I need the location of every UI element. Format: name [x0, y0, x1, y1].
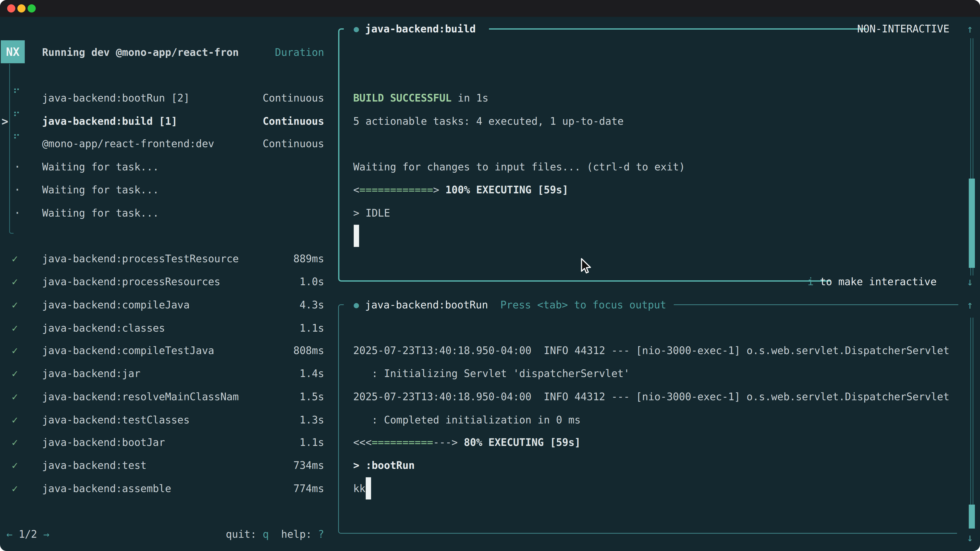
log-line: : Completed initialization in 0 ms [353, 408, 581, 431]
bootrun-panel-border [338, 304, 344, 310]
task-duration: 1.0s [300, 276, 324, 287]
duration-column-header: Duration [275, 46, 324, 58]
task-label: java-backend:bootRun [2] [42, 92, 189, 104]
task-row-completed[interactable]: ✓ java-backend:bootJar 1.1s [0, 431, 324, 454]
spinner-icon: ⠋ [13, 87, 20, 99]
help-hint-label: help: [269, 528, 318, 540]
check-icon: ✓ [12, 276, 18, 287]
task-label: java-backend:test [42, 459, 146, 471]
task-row-completed[interactable]: ✓ java-backend:testClasses 1.3s [0, 408, 324, 431]
close-window-button[interactable] [7, 4, 15, 13]
check-icon: ✓ [12, 391, 18, 403]
task-duration: 1.1s [300, 437, 324, 448]
task-duration: 774ms [293, 483, 324, 494]
bootrun-panel-scrollbar-thumb[interactable] [969, 505, 975, 529]
check-icon: ✓ [12, 299, 18, 311]
task-label: java-backend:bootJar [42, 437, 165, 448]
task-row-completed[interactable]: ✓ java-backend:processResources 1.0s [0, 270, 324, 293]
scroll-up-icon[interactable]: ↑ [967, 293, 973, 316]
task-duration: 1.1s [300, 322, 324, 334]
non-interactive-badge: NON-INTERACTIVE [857, 23, 950, 35]
check-icon: ✓ [12, 345, 18, 356]
task-row-bootrun[interactable]: ⠋ java-backend:bootRun [2] Continuous [0, 86, 324, 110]
task-duration: 1.5s [300, 391, 324, 403]
build-waiting-line: Waiting for changes to input files... (c… [353, 156, 685, 178]
build-panel-border [338, 276, 344, 282]
build-panel-border [343, 280, 831, 282]
check-icon: ✓ [12, 253, 18, 265]
task-row-completed[interactable]: ✓ java-backend:classes 1.1s [0, 317, 324, 340]
task-row-completed[interactable]: ✓ java-backend:processTestResource 889ms [0, 247, 324, 270]
build-panel-header[interactable]: ● java-backend:build [354, 17, 476, 40]
interactive-hint: i to make interactive [808, 270, 937, 293]
scroll-down-icon[interactable]: ↓ [967, 526, 973, 549]
build-panel-header-rule [489, 28, 867, 30]
check-icon: ✓ [12, 322, 18, 334]
task-row-completed[interactable]: ✓ java-backend:compileTestJava 808ms [0, 339, 324, 362]
task-label: java-backend:testClasses [42, 414, 189, 426]
bootrun-panel-border [338, 528, 344, 534]
task-duration: Continuous [262, 115, 324, 127]
build-panel-title: java-backend:build [365, 23, 476, 35]
build-summary-line: 5 actionable tasks: 4 executed, 1 up-to-… [353, 110, 624, 133]
bootrun-panel-scrollbar-track[interactable] [970, 318, 974, 528]
waiting-dot-icon: · [14, 206, 21, 220]
titlebar [0, 0, 980, 17]
task-row-completed[interactable]: ✓ java-backend:compileJava 4.3s [0, 293, 324, 316]
focus-output-hint: Press <tab> to focus output [500, 299, 666, 311]
task-label: java-backend:processResources [42, 276, 220, 287]
task-duration: 1.3s [300, 414, 324, 426]
task-row-completed[interactable]: ✓ java-backend:resolveMainClassNam 1.5s [0, 385, 324, 408]
build-panel-border [338, 32, 339, 279]
task-duration: Continuous [262, 92, 324, 104]
task-label: java-backend:processTestResource [42, 253, 239, 265]
terminal-cursor [354, 225, 359, 247]
help-key: ? [318, 528, 324, 540]
build-success-line: BUILD SUCCESSFUL in 1s [353, 86, 488, 110]
bootrun-panel-title: java-backend:bootRun [365, 299, 488, 311]
interactive-hint-text: to make interactive [814, 276, 937, 287]
task-row-completed[interactable]: ✓ java-backend:jar 1.4s [0, 362, 324, 385]
bootrun-panel-border [338, 308, 339, 530]
build-progress-status: 100% EXECUTING [59s] [439, 184, 568, 196]
bootrun-panel-border [343, 533, 957, 534]
spinner-icon: ⠋ [13, 133, 20, 144]
bootrun-input-line[interactable]: kk [353, 477, 366, 500]
task-label: @mono-app/react-frontend:dev [42, 138, 214, 149]
task-status-dot-icon: ● [354, 24, 359, 34]
bootrun-panel-header-rule [674, 304, 958, 305]
waiting-dot-icon: · [14, 183, 21, 197]
build-progress-bar: <============> 100% EXECUTING [59s] [353, 178, 568, 201]
check-icon: ✓ [12, 459, 18, 471]
task-row-completed[interactable]: ✓ java-backend:test 734ms [0, 454, 324, 477]
build-panel-scrollbar-thumb[interactable] [969, 179, 975, 268]
check-icon: ✓ [12, 437, 18, 448]
task-label: java-backend:build [1] [42, 115, 177, 127]
task-duration: 4.3s [300, 299, 324, 311]
task-row-build-selected[interactable]: ⠋ java-backend:build [1] Continuous [0, 110, 324, 133]
check-icon: ✓ [12, 414, 18, 426]
bootrun-panel-header[interactable]: ● java-backend:bootRun Press <tab> to fo… [354, 293, 667, 316]
scroll-up-icon[interactable]: ↑ [967, 17, 973, 40]
task-duration: 734ms [293, 459, 324, 471]
task-label: java-backend:resolveMainClassNam [42, 391, 239, 403]
spinner-icon: ⠋ [13, 110, 20, 122]
check-icon: ✓ [12, 483, 18, 494]
maximize-window-button[interactable] [27, 4, 36, 13]
terminal-window: NX Running dev @mono-app/react-fron Dura… [0, 0, 980, 551]
minimize-window-button[interactable] [18, 4, 25, 13]
task-label: java-backend:compileJava [42, 299, 189, 311]
key-hints: quit: q help: ? [0, 523, 324, 546]
quit-hint-label: quit: [226, 528, 263, 540]
task-row-waiting: · Waiting for task... [0, 202, 324, 224]
task-row-completed[interactable]: ✓ java-backend:assemble 774ms [0, 477, 324, 500]
quit-key: q [262, 528, 269, 540]
task-label: java-backend:assemble [42, 483, 171, 494]
task-label: java-backend:classes [42, 322, 165, 334]
task-row-waiting: · Waiting for task... [0, 156, 324, 178]
task-duration: 808ms [293, 345, 324, 356]
check-icon: ✓ [12, 368, 18, 380]
task-row-frontend-dev[interactable]: ⠋ @mono-app/react-frontend:dev Continuou… [0, 132, 324, 155]
interactive-hint-key: i [808, 276, 814, 287]
log-line: 2025-07-23T13:40:18.950-04:00 INFO 44312… [353, 385, 950, 408]
